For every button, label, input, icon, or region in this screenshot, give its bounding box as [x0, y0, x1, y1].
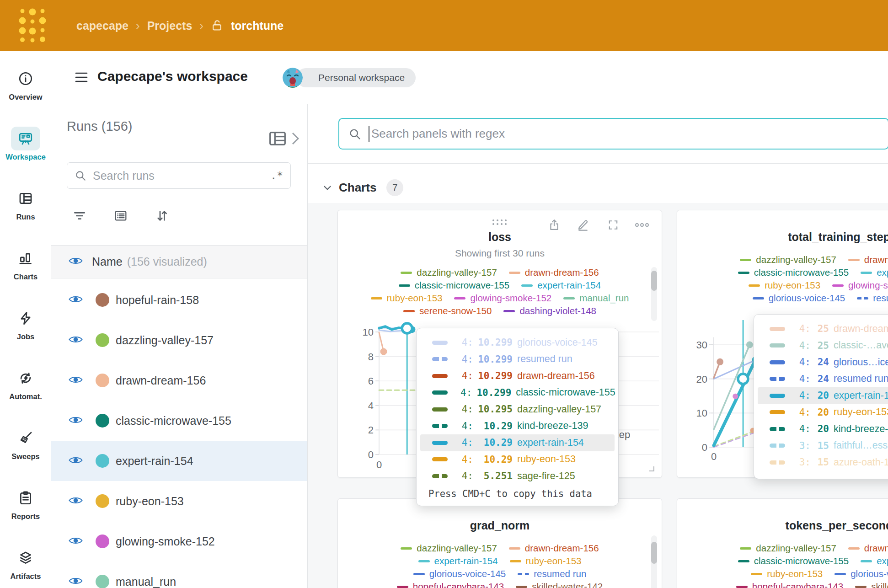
legend-item[interactable]: expert-rain-154: [861, 556, 888, 567]
tooltip-line-swatch: [432, 441, 448, 445]
personal-workspace-badge[interactable]: Personal workspace: [296, 68, 416, 87]
section-divider: [308, 163, 888, 164]
sidebar-item-charts[interactable]: Charts: [0, 246, 51, 281]
legend-item[interactable]: skilled-water-142: [516, 581, 603, 588]
sidebar-item-overview[interactable]: Overview: [0, 67, 51, 102]
legend-item[interactable]: hopeful-capybara-143: [397, 581, 504, 588]
visibility-eye-icon[interactable]: [69, 294, 83, 306]
search-runs-input[interactable]: Search runs .*: [67, 162, 291, 189]
visibility-eye-icon[interactable]: [69, 375, 83, 386]
visibility-eye-icon[interactable]: [69, 335, 83, 346]
filter-icon[interactable]: [72, 208, 87, 225]
sidebar-item-reports[interactable]: Reports: [0, 486, 51, 521]
sidebar-item-sweeps[interactable]: Sweeps: [0, 426, 51, 461]
visibility-eye-icon[interactable]: [69, 536, 83, 547]
run-name[interactable]: classic-microwave-155: [116, 414, 231, 428]
group-list-icon[interactable]: [113, 208, 128, 225]
tooltip-line-swatch: [770, 460, 785, 465]
legend-item[interactable]: drawn-dream-156: [848, 543, 888, 554]
chart-panel-tokens_per_second[interactable]: tokens_per_seconddazzling-valley-157draw…: [677, 498, 888, 588]
run-list-item[interactable]: ruby-eon-153: [51, 481, 307, 521]
menu-hamburger-icon[interactable]: [75, 71, 88, 85]
legend-item[interactable]: expert-rain-154: [418, 556, 498, 567]
expand-runs-table-button[interactable]: [267, 128, 300, 149]
tooltip-line-swatch: [770, 394, 785, 398]
workspace-board-icon: [11, 127, 40, 150]
charts-section-label: Charts: [339, 181, 376, 195]
sidebar-item-runs[interactable]: Runs: [0, 187, 51, 221]
tooltip-run-name: resumed run: [517, 353, 572, 365]
wandb-logo-icon[interactable]: [17, 6, 48, 45]
run-list-item[interactable]: classic-microwave-155: [51, 401, 307, 441]
visibility-eye-icon[interactable]: [69, 256, 83, 267]
visibility-eye-icon[interactable]: [69, 415, 83, 427]
run-list-item[interactable]: glowing-smoke-152: [51, 521, 307, 561]
breadcrumb-entity[interactable]: capecape: [76, 19, 128, 32]
visualized-count: (156 visualized): [127, 255, 207, 268]
visibility-eye-icon[interactable]: [69, 576, 83, 588]
chevron-down-icon[interactable]: [321, 182, 333, 194]
charts-section-header[interactable]: Charts 7: [321, 179, 403, 196]
run-list-item[interactable]: expert-rain-154: [51, 441, 307, 481]
legend-line-swatch: [397, 586, 408, 588]
runs-table-icon: [11, 187, 40, 210]
tooltip-line-swatch: [432, 357, 448, 361]
legend-item[interactable]: drawn-dream-156: [509, 543, 599, 554]
scrollbar-thumb[interactable]: [651, 542, 657, 564]
legend-run-name: ruby-eon-153: [767, 568, 823, 579]
sidebar-item-artifacts[interactable]: Artifacts: [0, 546, 51, 581]
user-avatar[interactable]: [283, 68, 303, 88]
run-name[interactable]: drawn-dream-156: [116, 374, 206, 387]
sort-icon[interactable]: [155, 208, 169, 225]
breadcrumb-projects[interactable]: Projects: [147, 19, 193, 32]
run-name[interactable]: dazzling-valley-157: [116, 334, 214, 347]
sidebar-item-label: Charts: [0, 273, 51, 281]
legend-item[interactable]: resumed run: [518, 568, 586, 579]
legend-item[interactable]: glorious-voice-145: [835, 568, 888, 579]
chart-hover-tooltip: 4:25drawn-dream-14:25classic-…ave-14:24g…: [754, 314, 888, 479]
search-panels-input[interactable]: Search panels with regex: [338, 118, 888, 150]
sidebar-item-jobs[interactable]: Jobs: [0, 306, 51, 341]
tooltip-step: 4:: [798, 374, 811, 385]
legend-item[interactable]: skilled-water-142: [855, 581, 888, 588]
svg-text:20: 20: [696, 374, 707, 385]
breadcrumb-project[interactable]: torchtune: [231, 19, 284, 32]
series-classic-microwave-155: [714, 345, 749, 429]
legend-row: dazzling-valley-157drawn-dream-156: [401, 542, 599, 555]
sidebar-item-automat[interactable]: Automat.: [0, 366, 51, 401]
run-list-item[interactable]: drawn-dream-156: [51, 360, 307, 401]
run-name[interactable]: expert-rain-154: [116, 454, 193, 468]
run-list-item[interactable]: hopeful-rain-158: [51, 280, 307, 320]
run-name[interactable]: ruby-eon-153: [116, 495, 184, 508]
layers-icon: [11, 546, 40, 570]
tooltip-row: 4:10.299resumed run: [420, 351, 615, 368]
tooltip-step: 4:: [460, 437, 473, 448]
legend-item[interactable]: dazzling-valley-157: [740, 543, 836, 554]
legend-item[interactable]: dazzling-valley-157: [401, 543, 497, 554]
name-column-header[interactable]: Name: [92, 255, 123, 268]
legend-row: ruby-eon-153glorious-voice-145: [751, 567, 888, 580]
run-list-item[interactable]: dazzling-valley-157: [51, 320, 307, 360]
svg-text:8: 8: [368, 351, 374, 363]
sidebar-item-workspace[interactable]: Workspace: [0, 127, 51, 161]
svg-text:10: 10: [696, 407, 707, 419]
run-list-item[interactable]: manual_run: [51, 561, 307, 588]
tooltip-step: 4:: [798, 390, 811, 401]
run-name[interactable]: manual_run: [116, 575, 176, 588]
regex-toggle[interactable]: .*: [270, 170, 283, 182]
top-navigation-bar: capecape › Projects › torchtune: [0, 0, 888, 51]
visibility-eye-icon[interactable]: [69, 496, 83, 507]
search-icon: [75, 170, 86, 182]
visibility-eye-icon[interactable]: [69, 455, 83, 467]
legend-item[interactable]: glorious-voice-145: [413, 568, 506, 579]
legend-item[interactable]: hopeful-capybara-143: [736, 581, 843, 588]
legend-item[interactable]: classic-microwave-155: [738, 556, 849, 567]
panel-legend: dazzling-valley-157drawn-dream-156classi…: [677, 542, 888, 588]
chart-panel-grad_norm[interactable]: grad_normdazzling-valley-157drawn-dream-…: [337, 498, 662, 588]
legend-line-swatch: [413, 573, 425, 575]
legend-scrollbar[interactable]: [651, 535, 657, 588]
legend-item[interactable]: ruby-eon-153: [751, 568, 823, 579]
run-name[interactable]: hopeful-rain-158: [116, 294, 199, 307]
legend-item[interactable]: ruby-eon-153: [510, 556, 582, 567]
run-name[interactable]: glowing-smoke-152: [116, 535, 215, 548]
